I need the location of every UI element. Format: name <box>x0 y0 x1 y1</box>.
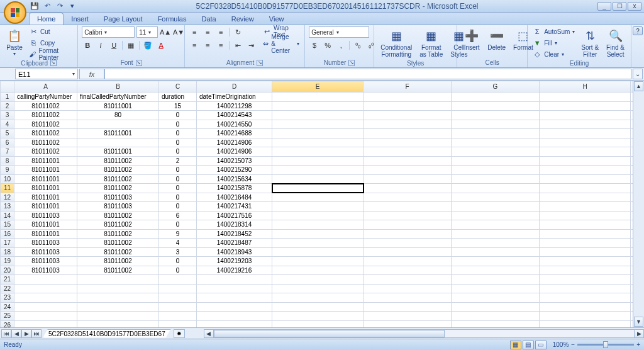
formula-bar[interactable] <box>104 69 631 79</box>
cell[interactable] <box>364 220 452 230</box>
cell[interactable] <box>540 275 631 285</box>
worksheet-grid[interactable]: ABCDEFGHI1callingPartyNumberfinalCalledP… <box>0 81 633 327</box>
cell[interactable] <box>452 101 540 111</box>
cell[interactable] <box>364 239 452 248</box>
increase-decimal-icon[interactable]: ⁰₀ <box>352 40 364 51</box>
cell[interactable] <box>272 229 364 239</box>
align-top-icon[interactable]: ≡ <box>189 26 200 38</box>
cell[interactable] <box>540 284 631 293</box>
cell[interactable] <box>364 284 452 293</box>
column-header[interactable]: B <box>77 81 159 93</box>
cell[interactable]: finalCalledPartyNumber <box>77 93 159 102</box>
cell[interactable]: 81011002 <box>77 266 159 275</box>
cell[interactable] <box>364 211 452 220</box>
cell[interactable] <box>364 320 452 327</box>
font-name-combo[interactable]: Calibri▾ <box>82 26 135 38</box>
cell[interactable] <box>452 220 540 230</box>
cell[interactable] <box>631 202 633 212</box>
cell[interactable]: 81011002 <box>14 111 77 120</box>
cell[interactable] <box>631 101 633 111</box>
cell[interactable] <box>452 138 540 147</box>
cell[interactable]: 81011002 <box>14 101 77 111</box>
cell[interactable] <box>272 129 364 138</box>
cell[interactable] <box>159 312 197 321</box>
cell[interactable]: 0 <box>159 220 197 230</box>
row-header[interactable]: 15 <box>1 220 14 230</box>
cell[interactable] <box>540 120 631 129</box>
column-header[interactable]: I <box>631 81 633 93</box>
cell[interactable] <box>540 239 631 248</box>
cell[interactable] <box>364 101 452 111</box>
delete-cells-button[interactable]: ➖Delete <box>485 26 508 52</box>
column-header[interactable]: G <box>452 81 540 93</box>
column-header[interactable]: C <box>159 81 197 93</box>
cell[interactable]: 81011002 <box>14 120 77 129</box>
row-header[interactable]: 18 <box>1 247 14 257</box>
cell[interactable] <box>77 284 159 293</box>
zoom-in-icon[interactable]: + <box>636 341 640 348</box>
cell[interactable] <box>197 320 272 327</box>
cell[interactable] <box>14 320 77 327</box>
cell[interactable] <box>540 266 631 275</box>
cell[interactable] <box>159 275 197 285</box>
cell[interactable]: 81011002 <box>77 247 159 257</box>
cell[interactable] <box>631 166 633 175</box>
cell[interactable] <box>272 166 364 175</box>
cell[interactable]: 81011001 <box>77 129 159 138</box>
sheet-nav-first-icon[interactable]: ⏮ <box>1 329 11 338</box>
cell[interactable]: 4 <box>159 239 197 248</box>
cell[interactable] <box>364 266 452 275</box>
cell[interactable] <box>77 120 159 129</box>
cell[interactable]: 9 <box>159 229 197 239</box>
save-icon[interactable]: 💾 <box>30 2 39 11</box>
cell[interactable] <box>77 302 159 312</box>
cell[interactable] <box>452 129 540 138</box>
cell[interactable]: 81011001 <box>14 202 77 212</box>
cell[interactable] <box>272 111 364 120</box>
cell[interactable] <box>540 138 631 147</box>
restore-button[interactable]: ☐ <box>613 2 626 11</box>
row-header[interactable]: 23 <box>1 293 14 303</box>
cell[interactable] <box>272 93 364 102</box>
cell[interactable] <box>14 284 77 293</box>
cell[interactable] <box>197 275 272 285</box>
cell[interactable] <box>364 174 452 184</box>
cell[interactable]: 81011002 <box>77 220 159 230</box>
cell[interactable]: 81011003 <box>77 202 159 212</box>
cell[interactable] <box>77 312 159 321</box>
cell[interactable] <box>272 101 364 111</box>
cell[interactable] <box>631 302 633 312</box>
sort-filter-button[interactable]: ⇅Sort & Filter <box>579 26 601 59</box>
cell[interactable] <box>452 193 540 202</box>
row-header[interactable]: 20 <box>1 266 14 275</box>
cell[interactable]: 1400214550 <box>197 120 272 129</box>
cell[interactable]: 81011002 <box>77 156 159 166</box>
cell[interactable]: 81011002 <box>77 166 159 175</box>
cell[interactable] <box>452 239 540 248</box>
cell[interactable] <box>14 312 77 321</box>
cell[interactable] <box>452 174 540 184</box>
cell[interactable]: 0 <box>159 138 197 147</box>
row-header[interactable]: 3 <box>1 111 14 120</box>
row-header[interactable]: 1 <box>1 93 14 102</box>
cell[interactable] <box>631 229 633 239</box>
cell[interactable] <box>631 111 633 120</box>
cell[interactable]: 81011002 <box>14 147 77 157</box>
underline-icon[interactable]: U <box>108 40 119 51</box>
cell[interactable] <box>77 320 159 327</box>
cell[interactable] <box>272 266 364 275</box>
cell[interactable] <box>272 284 364 293</box>
comma-icon[interactable]: , <box>335 40 347 51</box>
cell[interactable] <box>452 284 540 293</box>
cell[interactable] <box>197 293 272 303</box>
cell[interactable] <box>272 247 364 257</box>
cell[interactable] <box>159 320 197 327</box>
cell[interactable] <box>272 257 364 266</box>
cell[interactable]: 2 <box>159 156 197 166</box>
cell[interactable] <box>631 312 633 321</box>
select-all-corner[interactable] <box>1 81 14 93</box>
percent-icon[interactable]: % <box>322 40 333 51</box>
cell[interactable] <box>540 111 631 120</box>
page-layout-view-icon[interactable]: ▤ <box>523 341 534 349</box>
cell[interactable]: 81011002 <box>77 184 159 193</box>
